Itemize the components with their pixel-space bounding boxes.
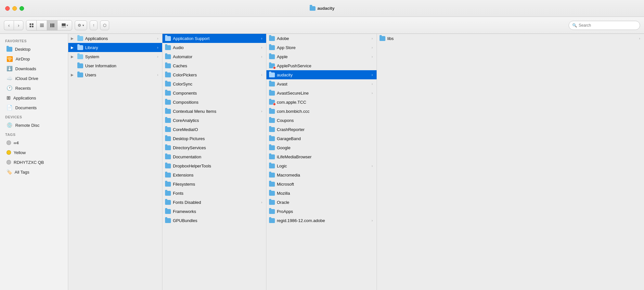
sidebar-item-tag-rdhytzxc[interactable]: RDHYTZXC QB bbox=[1, 157, 67, 167]
col3-applepushservice[interactable]: ApplePushService bbox=[266, 61, 377, 70]
window-buttons[interactable] bbox=[5, 6, 24, 11]
expand-arrow-system: ▶ bbox=[71, 55, 75, 59]
col3-logic-arrow: › bbox=[372, 164, 374, 168]
col2-components[interactable]: Components bbox=[162, 88, 266, 98]
col1-user-info-icon bbox=[77, 63, 83, 68]
col2-fonts-disabled[interactable]: Fonts Disabled › bbox=[162, 198, 266, 207]
col2-extensions[interactable]: Extensions bbox=[162, 170, 266, 179]
tag-button[interactable]: ⬡ bbox=[100, 20, 109, 30]
col2-desktop-pictures[interactable]: Desktop Pictures bbox=[162, 134, 266, 143]
col3-com-bombich-ccc[interactable]: com.bombich.ccc bbox=[266, 107, 377, 116]
col3-regid[interactable]: regid.1986-12.com.adobe › bbox=[266, 216, 377, 225]
col3-google[interactable]: Google bbox=[266, 143, 377, 152]
col3-coupons[interactable]: Coupons bbox=[266, 116, 377, 125]
sidebar-label-documents: Documents bbox=[15, 105, 37, 110]
col1-users[interactable]: ▶ Users › bbox=[68, 70, 162, 79]
gallery-view-icon bbox=[61, 23, 66, 28]
sidebar-item-tag-symbol[interactable]: ∞¢ bbox=[1, 138, 67, 148]
sidebar-item-downloads[interactable]: ⬇️ Downloads bbox=[1, 64, 67, 73]
sidebar-item-recents[interactable]: 🕐 Recents bbox=[1, 83, 67, 93]
col3-macromedia[interactable]: Macromedia bbox=[266, 170, 377, 179]
col2-frameworks[interactable]: Frameworks bbox=[162, 207, 266, 216]
action-button[interactable]: ⚙ ▾ bbox=[75, 20, 87, 30]
forward-button[interactable]: › bbox=[14, 20, 23, 30]
col2-contextual-menu-items[interactable]: Contextual Menu Items › bbox=[162, 107, 266, 116]
view-icon-button[interactable] bbox=[26, 20, 37, 30]
minimize-button[interactable] bbox=[12, 6, 17, 11]
col3-apple[interactable]: Apple › bbox=[266, 52, 377, 61]
col2-directoryservices[interactable]: DirectoryServices bbox=[162, 143, 266, 152]
svg-rect-11 bbox=[62, 27, 63, 27]
col2-automator[interactable]: Automator › bbox=[162, 52, 266, 61]
col3-app-store[interactable]: App Store › bbox=[266, 43, 377, 52]
col2-fonts[interactable]: Fonts bbox=[162, 189, 266, 198]
sidebar-item-tag-yellow[interactable]: Yellow bbox=[1, 148, 67, 157]
col2-audio[interactable]: Audio › bbox=[162, 43, 266, 52]
sidebar-item-desktop[interactable]: Desktop bbox=[1, 44, 67, 54]
desktop-folder-icon bbox=[6, 47, 12, 52]
col3-adobe-icon bbox=[269, 36, 275, 41]
col3-proapps[interactable]: ProApps bbox=[266, 207, 377, 216]
view-list-button[interactable] bbox=[37, 20, 47, 30]
sidebar-item-icloud[interactable]: ☁️ iCloud Drive bbox=[1, 73, 67, 83]
col4-libs[interactable]: libs › bbox=[377, 34, 644, 43]
sidebar-item-applications[interactable]: ⊞ Applications bbox=[1, 93, 67, 103]
col3-com-apple-tcc[interactable]: com.apple.TCC bbox=[266, 98, 377, 107]
col2-colorsync[interactable]: ColorSync bbox=[162, 79, 266, 88]
col3-microsoft[interactable]: Microsoft bbox=[266, 179, 377, 189]
col2-coremediaio-icon bbox=[165, 127, 171, 132]
col3-microsoft-label: Microsoft bbox=[277, 182, 374, 187]
col2-gpubundles[interactable]: GPUBundles bbox=[162, 216, 266, 225]
view-gallery-button[interactable]: ▾ bbox=[58, 20, 72, 30]
col3-avast[interactable]: Avast › bbox=[266, 79, 377, 88]
svg-rect-3 bbox=[32, 26, 33, 27]
maximize-button[interactable] bbox=[19, 6, 24, 11]
sidebar-item-all-tags[interactable]: 🏷️ All Tags bbox=[1, 167, 67, 177]
col3-oracle[interactable]: Oracle bbox=[266, 198, 377, 207]
search-bar[interactable]: 🔍 bbox=[569, 21, 640, 30]
view-column-button[interactable] bbox=[47, 20, 58, 30]
col3-mozilla[interactable]: Mozilla bbox=[266, 189, 377, 198]
sidebar-item-remote-disc[interactable]: 💿 Remote Disc bbox=[1, 120, 67, 130]
col1-system[interactable]: ▶ System › bbox=[68, 52, 162, 61]
search-input[interactable] bbox=[579, 23, 631, 28]
col1-library[interactable]: ▶ Library › bbox=[68, 43, 162, 52]
svg-rect-1 bbox=[32, 23, 33, 25]
col3-macromedia-icon bbox=[269, 173, 275, 178]
share-button[interactable]: ↑ bbox=[90, 20, 97, 30]
col3-logic[interactable]: Logic › bbox=[266, 161, 377, 170]
col2-filesystems[interactable]: Filesystems bbox=[162, 179, 266, 189]
col3-audacity-icon bbox=[269, 72, 275, 77]
col3-crashreporter[interactable]: CrashReporter bbox=[266, 125, 377, 134]
col3-ilifemediabrowser[interactable]: iLifeMediaBrowser bbox=[266, 152, 377, 161]
sidebar-item-documents[interactable]: 📄 Documents bbox=[1, 103, 67, 112]
col1-user-information[interactable]: ▶ User Information bbox=[68, 61, 162, 70]
col2-dropboxhelpertools[interactable]: DropboxHelperTools bbox=[162, 161, 266, 170]
col3-avastsecureline[interactable]: AvastSecureLine › bbox=[266, 88, 377, 98]
close-button[interactable] bbox=[5, 6, 10, 11]
back-button[interactable]: ‹ bbox=[4, 20, 14, 30]
col3-audacity[interactable]: audacity › bbox=[266, 70, 377, 79]
toolbar: ‹ › bbox=[0, 17, 644, 34]
col2-caches[interactable]: Caches bbox=[162, 61, 266, 70]
col2-colorpickers[interactable]: ColorPickers › bbox=[162, 70, 266, 79]
col2-frameworks-label: Frameworks bbox=[173, 209, 264, 214]
col1-applications[interactable]: ▶ Applications › bbox=[68, 34, 162, 43]
col3-avast-arrow: › bbox=[372, 82, 374, 86]
col2-documentation[interactable]: Documentation bbox=[162, 152, 266, 161]
col2-application-support[interactable]: Application Support › bbox=[162, 34, 266, 43]
col2-coremediaio[interactable]: CoreMediaIO bbox=[162, 125, 266, 134]
col3-adobe[interactable]: Adobe › bbox=[266, 34, 377, 43]
col2-extensions-icon bbox=[165, 173, 171, 178]
sidebar-item-airdrop[interactable]: 🛜 AirDrop bbox=[1, 54, 67, 64]
gear-icon: ⚙ bbox=[78, 23, 81, 28]
window-title-text: audacity bbox=[317, 6, 335, 11]
col2-compositions[interactable]: Compositions bbox=[162, 98, 266, 107]
col3-avastsecureline-arrow: › bbox=[372, 91, 374, 95]
svg-rect-0 bbox=[30, 23, 31, 25]
expand-arrow-users: ▶ bbox=[71, 73, 75, 77]
col1-library-label: Library bbox=[85, 45, 155, 50]
col2-coreanalytics[interactable]: CoreAnalytics bbox=[162, 116, 266, 125]
favorites-header: Favorites bbox=[0, 36, 68, 44]
col3-garageband[interactable]: GarageBand bbox=[266, 134, 377, 143]
